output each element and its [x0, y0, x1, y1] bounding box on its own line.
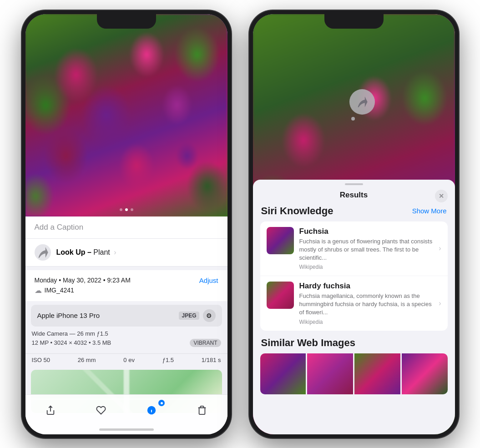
filename-text: IMG_4241 [45, 287, 74, 294]
dot-1 [120, 208, 122, 211]
info-icon [147, 405, 157, 418]
camera-type-row: Wide Camera — 26 mm ƒ1.5 [32, 330, 221, 337]
filename-row: ☁ IMG_4241 [35, 286, 218, 295]
knowledge-thumb-2 [267, 282, 294, 309]
results-content[interactable]: Siri Knowledge Show More Fuchsia Fuchsia… [253, 205, 455, 433]
vibrant-badge: VIBRANT [190, 339, 221, 347]
siri-dot [351, 117, 355, 121]
caption-placeholder: Add a Caption [35, 223, 84, 232]
device-row: Apple iPhone 13 Pro JPEG ⚙ [31, 305, 222, 327]
siri-icon [35, 244, 51, 261]
device-section: Apple iPhone 13 Pro JPEG ⚙ Wide Camera —… [25, 305, 227, 366]
phone-1-screen: Add a Caption Look Up – Plant › [25, 14, 227, 434]
lookup-prefix: Look Up – [56, 248, 91, 256]
knowledge-source-2: Wikipedia [299, 319, 436, 325]
phone-1: Add a Caption Look Up – Plant › [22, 10, 231, 438]
notch-2 [324, 14, 384, 29]
knowledge-text-1: Fuchsia Fuchsia is a genus of flowering … [299, 227, 436, 271]
exif-focal: 26 mm [78, 357, 96, 363]
info-button[interactable] [140, 402, 163, 422]
exif-shutter: 1/181 s [202, 357, 221, 363]
dot-2 [125, 208, 128, 211]
delete-button[interactable] [191, 402, 213, 422]
heart-icon [96, 405, 106, 418]
lookup-subject: Plant [91, 248, 110, 256]
knowledge-item-2[interactable]: Hardy fuchsia Fuchsia magellanica, commo… [260, 276, 448, 331]
badge-row: JPEG ⚙ [179, 309, 215, 322]
drag-handle[interactable] [345, 183, 363, 185]
info-badge [158, 400, 165, 406]
similar-image-1[interactable] [260, 353, 306, 394]
gear-icon[interactable]: ⚙ [203, 309, 216, 322]
screen-1: Add a Caption Look Up – Plant › [25, 14, 227, 434]
format-badge: JPEG [179, 312, 199, 320]
phone-2: Results ✕ Siri Knowledge Show More [249, 10, 459, 438]
device-name: Apple iPhone 13 Pro [37, 312, 100, 319]
results-header: Results ✕ [253, 187, 455, 205]
knowledge-thumb-1 [267, 227, 294, 254]
knowledge-source-1: Wikipedia [299, 264, 436, 270]
similar-images-section: Similar Web Images [260, 337, 448, 394]
trash-icon [197, 405, 207, 418]
camera-type: Wide Camera — 26 mm ƒ1.5 [32, 330, 108, 337]
phone-2-screen: Results ✕ Siri Knowledge Show More [253, 14, 455, 434]
knowledge-desc-2: Fuchsia magellanica, commonly known as t… [299, 292, 436, 317]
share-icon [45, 405, 56, 418]
chevron-right-2: › [439, 299, 441, 307]
camera-details: Wide Camera — 26 mm ƒ1.5 12 MP • 3024 × … [25, 327, 227, 352]
date-row: Monday • May 30, 2022 • 9:23 AM Adjust [35, 277, 218, 284]
siri-knowledge-header: Siri Knowledge Show More [260, 205, 448, 217]
photo-display[interactable] [25, 14, 227, 216]
knowledge-name-1: Fuchsia [299, 227, 436, 236]
results-panel: Results ✕ Siri Knowledge Show More [253, 180, 455, 434]
similar-images-row[interactable] [260, 353, 448, 394]
lookup-row[interactable]: Look Up – Plant › [25, 239, 227, 267]
results-title: Results [340, 191, 368, 200]
knowledge-text-2: Hardy fuchsia Fuchsia magellanica, commo… [299, 282, 436, 325]
caption-field[interactable]: Add a Caption [25, 216, 227, 239]
knowledge-card: Fuchsia Fuchsia is a genus of flowering … [260, 221, 448, 331]
exif-ev: 0 ev [123, 357, 135, 363]
siri-knowledge-title: Siri Knowledge [261, 205, 333, 217]
similar-image-2[interactable] [307, 353, 353, 394]
leaf-svg [36, 246, 49, 259]
similar-image-4[interactable] [402, 353, 448, 394]
similar-images-title: Similar Web Images [261, 337, 355, 349]
exif-row: ISO 50 26 mm 0 ev ƒ1.5 1/181 s [25, 353, 227, 366]
meta-date: Monday • May 30, 2022 • 9:23 AM [35, 277, 131, 284]
lookup-label-text: Look Up – Plant › [56, 248, 116, 257]
siri-leaf-icon [356, 96, 369, 108]
similar-image-3[interactable] [354, 353, 400, 394]
home-indicator [99, 428, 154, 431]
resolution-text: 12 MP • 3024 × 4032 • 3.5 MB [32, 339, 111, 346]
favorite-button[interactable] [90, 402, 112, 422]
exif-aperture: ƒ1.5 [162, 357, 174, 363]
chevron-right-1: › [439, 244, 441, 252]
screen-2: Results ✕ Siri Knowledge Show More [253, 14, 455, 434]
dot-3 [131, 208, 133, 211]
resolution-row: 12 MP • 3024 × 4032 • 3.5 MB VIBRANT [32, 339, 221, 347]
similar-images-header: Similar Web Images [260, 337, 448, 349]
exif-iso: ISO 50 [32, 357, 50, 363]
photo-dots [120, 208, 133, 211]
notch [97, 14, 156, 29]
cloud-icon: ☁ [35, 286, 42, 295]
knowledge-name-2: Hardy fuchsia [299, 282, 436, 291]
siri-visual-indicator [349, 89, 375, 115]
phones-container: Add a Caption Look Up – Plant › [22, 10, 459, 438]
close-button[interactable]: ✕ [435, 190, 448, 202]
adjust-button[interactable]: Adjust [199, 277, 218, 284]
knowledge-item-1[interactable]: Fuchsia Fuchsia is a genus of flowering … [260, 221, 448, 277]
show-more-button[interactable]: Show More [412, 207, 447, 215]
knowledge-desc-1: Fuchsia is a genus of flowering plants t… [299, 237, 436, 262]
share-button[interactable] [39, 402, 62, 422]
info-badge-dot [161, 402, 163, 404]
flower-image [25, 14, 227, 216]
meta-section: Monday • May 30, 2022 • 9:23 AM Adjust ☁… [25, 270, 227, 301]
lookup-chevron: › [112, 248, 116, 256]
